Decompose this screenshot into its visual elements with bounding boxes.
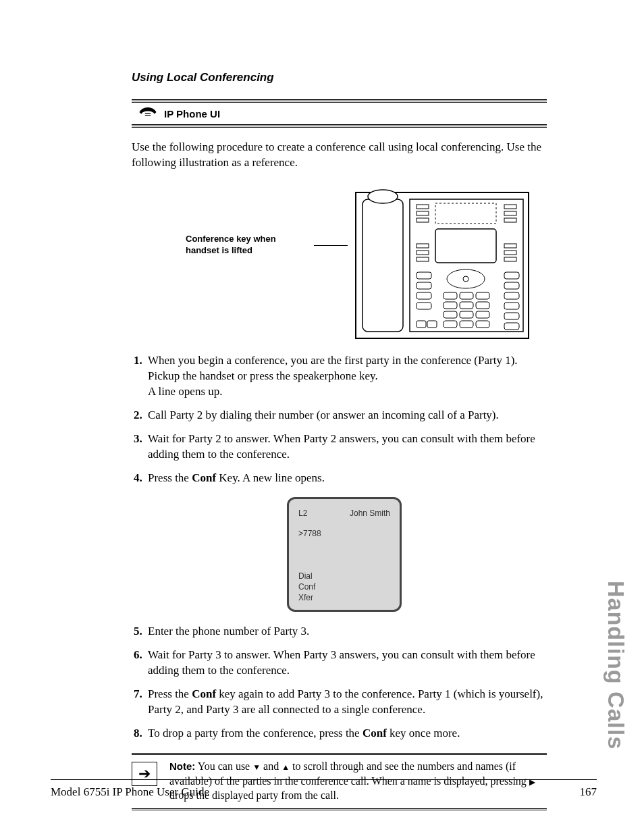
svg-point-19	[463, 276, 468, 282]
ui-bar-label: IP Phone UI	[164, 108, 220, 120]
steps-list: When you begin a conference, you are the…	[118, 353, 547, 486]
svg-point-18	[447, 269, 485, 288]
conf-key-label: Conf	[192, 471, 216, 484]
lcd-softkey-xfer: Xfer	[298, 592, 315, 603]
phone-illustration: Conference key when handset is lifted	[186, 184, 547, 340]
svg-rect-25	[504, 282, 519, 289]
lcd-softkey-conf: Conf	[298, 581, 315, 592]
svg-rect-16	[504, 251, 516, 255]
step-2: Call Party 2 by dialing their number (or…	[145, 408, 547, 423]
figure-caption: Conference key when handset is lifted	[186, 234, 307, 257]
svg-point-2	[368, 190, 398, 203]
svg-rect-8	[504, 211, 516, 215]
section-heading: Using Local Conferencing	[132, 71, 547, 84]
intro-paragraph: Use the following procedure to create a …	[132, 140, 547, 171]
svg-rect-41	[476, 321, 489, 328]
svg-rect-14	[417, 257, 429, 261]
step-3: Wait for Party 2 to answer. When Party 2…	[145, 432, 547, 463]
step-text: Key. A new line opens.	[216, 471, 325, 484]
down-arrow-icon: ▼	[252, 762, 261, 772]
svg-rect-5	[417, 211, 429, 215]
svg-rect-1	[363, 199, 403, 332]
page-number: 167	[580, 785, 597, 799]
svg-rect-35	[476, 302, 489, 309]
chapter-tab: Handling Calls	[603, 581, 629, 750]
lcd-caller-name: John Smith	[350, 509, 390, 518]
svg-rect-28	[504, 313, 519, 319]
footer-title: Model 6755i IP Phone User Guide	[51, 785, 209, 799]
svg-rect-4	[417, 205, 429, 209]
step-text: Press the	[148, 687, 192, 700]
svg-rect-7	[504, 205, 516, 209]
svg-rect-34	[460, 302, 473, 309]
svg-rect-13	[417, 251, 429, 255]
step-text: key once more.	[387, 727, 460, 739]
svg-rect-39	[444, 321, 457, 328]
step-text: To drop a party from the conference, pre…	[148, 727, 363, 739]
steps-list-cont: Enter the phone number of Party 3. Wait …	[118, 624, 547, 741]
svg-rect-24	[504, 272, 519, 279]
step-6: Wait for Party 3 to answer. When Party 3…	[145, 648, 547, 679]
svg-rect-30	[444, 292, 457, 299]
svg-rect-43	[427, 321, 437, 328]
svg-rect-3	[410, 199, 523, 332]
conf-key-label: Conf	[363, 727, 387, 739]
step-8: To drop a party from the conference, pre…	[145, 726, 547, 741]
phone-ui-icon	[138, 106, 157, 121]
svg-rect-6	[417, 218, 429, 222]
svg-rect-9	[504, 218, 516, 222]
ui-bar: IP Phone UI	[132, 99, 547, 128]
svg-rect-33	[444, 302, 457, 309]
callout-line	[314, 245, 348, 246]
conf-key-label: Conf	[192, 687, 216, 700]
svg-rect-20	[417, 272, 431, 279]
lcd-line: L2	[298, 509, 307, 518]
svg-rect-23	[417, 303, 431, 309]
svg-rect-42	[417, 321, 426, 328]
step-1: When you begin a conference, you are the…	[145, 353, 547, 400]
step-text: When you begin a conference, you are the…	[148, 354, 518, 382]
svg-rect-38	[476, 311, 489, 318]
phone-drawing-icon	[354, 184, 530, 340]
step-4: Press the Conf Key. A new line opens.	[145, 471, 547, 486]
svg-rect-27	[504, 303, 519, 309]
step-5: Enter the phone number of Party 3.	[145, 624, 547, 640]
step-text: A line opens up.	[148, 385, 223, 398]
svg-rect-22	[417, 292, 431, 299]
svg-rect-15	[504, 244, 516, 248]
svg-rect-26	[504, 292, 519, 299]
svg-rect-31	[460, 292, 473, 299]
note-seg: and	[261, 760, 281, 772]
lcd-softkey-dial: Dial	[298, 571, 315, 581]
note-seg: You can use	[195, 760, 252, 772]
step-7: Press the Conf key again to add Party 3 …	[145, 687, 547, 718]
svg-rect-12	[417, 244, 429, 248]
page-footer: Model 6755i IP Phone User Guide 167	[51, 779, 597, 799]
svg-rect-36	[444, 311, 457, 318]
up-arrow-icon: ▲	[281, 762, 290, 772]
svg-rect-40	[460, 321, 473, 328]
svg-rect-29	[504, 323, 519, 330]
note-label: Note:	[169, 760, 195, 772]
svg-rect-10	[435, 203, 496, 224]
svg-rect-11	[435, 229, 496, 263]
svg-rect-0	[356, 192, 529, 338]
svg-rect-32	[476, 292, 489, 299]
svg-rect-21	[417, 282, 431, 289]
step-text: Press the	[148, 471, 192, 484]
svg-rect-17	[504, 257, 516, 261]
lcd-screen: L2 John Smith >7788 Dial Conf Xfer	[287, 497, 402, 612]
lcd-dialed: >7788	[298, 529, 390, 538]
svg-rect-37	[460, 311, 473, 318]
